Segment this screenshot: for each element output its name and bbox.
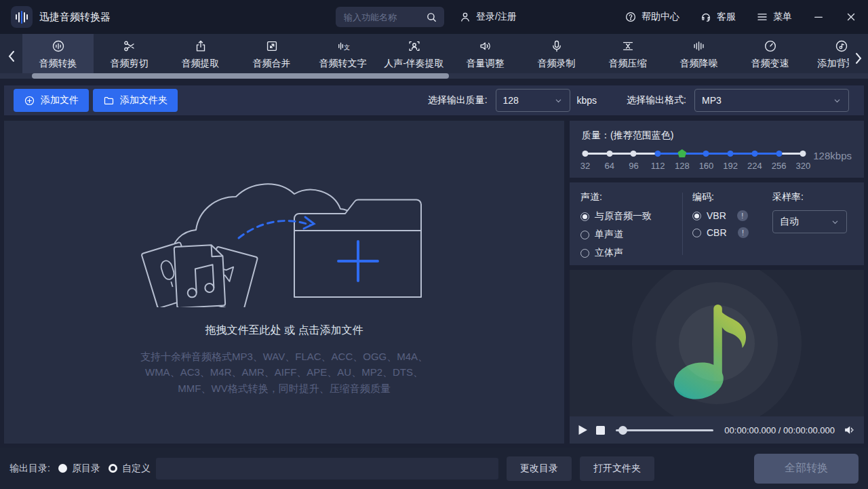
samplerate-group: 采样率: 自动 <box>772 191 853 256</box>
tab-label: 音频剪切 <box>111 58 149 70</box>
tab-audio-merge[interactable]: 音频合并 <box>236 34 307 73</box>
bitrate-stop-32[interactable] <box>583 151 589 157</box>
channel-title: 声道: <box>580 191 682 203</box>
feature-tabs: 音频转换音频剪切音频提取音频合并文音频转文字人声-伴奏提取音量调整音频录制音频压… <box>22 34 868 73</box>
info-icon[interactable]: ! <box>737 210 748 221</box>
tabs-scrollbar-track[interactable] <box>0 73 868 79</box>
bitrate-stop-64[interactable] <box>606 151 612 157</box>
folder-icon <box>103 95 115 106</box>
bitrate-stop-112[interactable] <box>655 151 661 157</box>
tabs-scrollbar-thumb[interactable] <box>32 73 449 79</box>
dropzone-illustration <box>138 168 430 307</box>
drop-hint-text: 拖拽文件至此处 或 点击添加文件 <box>205 324 363 338</box>
samplerate-select[interactable]: 自动 <box>772 210 847 233</box>
bitrate-stop-256[interactable] <box>776 151 782 157</box>
app-title: 迅捷音频转换器 <box>39 11 111 24</box>
bitrate-stop-224[interactable] <box>751 151 757 157</box>
channel-option[interactable]: 立体声 <box>580 247 682 259</box>
output-dir-label: 输出目录: <box>9 463 50 475</box>
audio-convert-icon <box>51 38 66 54</box>
login-register-button[interactable]: 登录/注册 <box>459 11 517 23</box>
radio-icon <box>580 249 589 258</box>
chevron-down-icon <box>833 96 842 105</box>
add-folder-button[interactable]: 添加文件夹 <box>93 89 178 112</box>
audio-preview-area <box>570 270 864 416</box>
seek-handle[interactable] <box>618 426 627 435</box>
tab-label: 音频转换 <box>39 58 77 70</box>
bitrate-slider[interactable]: 326496112128160192224256320 <box>582 149 806 173</box>
tab-label: 音频转文字 <box>319 58 367 70</box>
tab-audio-extract[interactable]: 音频提取 <box>165 34 236 73</box>
supported-formats-text: 支持十余种音频格式MP3、WAV、FLAC、ACC、OGG、M4A、 WMA、A… <box>140 349 428 396</box>
tab-audio-record[interactable]: 音频录制 <box>521 34 592 73</box>
seek-bar[interactable] <box>616 429 713 431</box>
tab-audio-speed[interactable]: 音频变速 <box>734 34 806 73</box>
help-icon <box>625 11 637 23</box>
help-center-button[interactable]: 帮助中心 <box>625 11 679 23</box>
minimize-button[interactable] <box>812 11 825 23</box>
bitrate-tick-label: 320 <box>795 161 810 171</box>
bitrate-stop-192[interactable] <box>728 151 734 157</box>
add-file-button[interactable]: 添加文件 <box>14 89 89 112</box>
option-label: VBR <box>707 210 726 221</box>
app-logo-icon <box>11 6 33 28</box>
service-label: 客服 <box>717 11 736 23</box>
bitrate-stop-160[interactable] <box>703 151 709 157</box>
quality-select[interactable]: 128 <box>496 89 570 112</box>
encoding-option[interactable]: VBR! <box>692 210 772 221</box>
tab-label: 音频合并 <box>253 58 291 70</box>
radio-icon <box>692 212 701 220</box>
tabs-scroll-right-button[interactable] <box>849 43 868 73</box>
bitrate-tick-label: 160 <box>699 161 714 171</box>
output-dir-option[interactable]: 原目录 <box>58 463 100 475</box>
playback-time: 00:00:00.000 / 00:00:00.000 <box>724 425 835 435</box>
tab-label: 音量调整 <box>467 58 505 70</box>
volume-icon[interactable] <box>843 424 856 436</box>
encoding-option[interactable]: CBR! <box>692 227 772 238</box>
tab-audio-denoise[interactable]: 音频降噪 <box>663 34 734 73</box>
bitrate-stop-96[interactable] <box>631 151 637 157</box>
tab-label: 音频提取 <box>182 58 220 70</box>
feature-tab-bar: 音频转换音频剪切音频提取音频合并文音频转文字人声-伴奏提取音量调整音频录制音频压… <box>0 34 868 79</box>
close-button[interactable] <box>845 11 857 23</box>
samplerate-title: 采样率: <box>772 191 853 203</box>
search-box[interactable] <box>336 7 444 27</box>
preview-panel: 00:00:00.000 / 00:00:00.000 <box>570 270 864 444</box>
radio-icon <box>58 464 67 473</box>
output-dir-options: 原目录自定义 <box>50 463 151 475</box>
tab-vocal-remove[interactable]: 人声-伴奏提取 <box>378 34 450 73</box>
audio-extract-icon <box>193 38 208 54</box>
search-icon[interactable] <box>426 12 437 23</box>
file-drop-zone[interactable]: 拖拽文件至此处 或 点击添加文件 支持十余种音频格式MP3、WAV、FLAC、A… <box>4 121 564 444</box>
tabs-scroll-left-button[interactable] <box>0 34 22 79</box>
tab-audio-convert[interactable]: 音频转换 <box>22 34 94 73</box>
quality-select-value: 128 <box>503 95 519 106</box>
play-button[interactable] <box>578 425 588 435</box>
headset-icon <box>700 11 712 23</box>
tab-audio-cut[interactable]: 音频剪切 <box>94 34 165 73</box>
info-icon[interactable]: ! <box>738 227 749 238</box>
stop-button[interactable] <box>596 426 605 435</box>
quality-panel-title: 质量：(推荐范围蓝色) <box>582 130 852 142</box>
tab-audio-to-text[interactable]: 文音频转文字 <box>307 34 378 73</box>
convert-all-button[interactable]: 全部转换 <box>754 454 859 484</box>
channel-group: 声道: 与原音频一致单声道立体声 <box>580 191 682 256</box>
channel-option[interactable]: 单声道 <box>580 229 682 241</box>
bitrate-tick-label: 192 <box>723 161 738 171</box>
custom-path-input[interactable] <box>156 458 498 480</box>
menu-button[interactable]: 菜单 <box>756 11 792 23</box>
change-directory-button[interactable]: 更改目录 <box>507 456 572 481</box>
format-select[interactable]: MP3 <box>694 89 849 112</box>
customer-service-button[interactable]: 客服 <box>700 11 736 23</box>
channel-option[interactable]: 与原音频一致 <box>580 210 682 222</box>
radio-icon <box>692 229 701 237</box>
bitrate-stop-320[interactable] <box>800 151 806 157</box>
output-dir-option[interactable]: 自定义 <box>108 463 151 475</box>
tab-audio-compress[interactable]: 音频压缩 <box>592 34 663 73</box>
tab-volume-adjust[interactable]: 音量调整 <box>450 34 521 73</box>
open-folder-button[interactable]: 打开文件夹 <box>580 456 654 481</box>
bitrate-current-marker[interactable] <box>677 149 686 157</box>
tab-label: 音频压缩 <box>609 58 647 70</box>
audio-merge-icon <box>264 38 279 54</box>
search-input[interactable] <box>342 12 426 23</box>
